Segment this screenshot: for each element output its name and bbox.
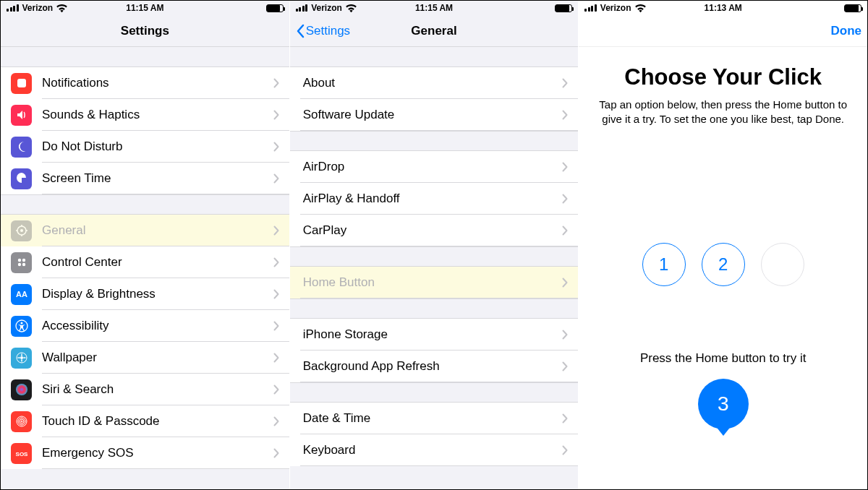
settings-row-dnd[interactable]: Do Not Disturb — [1, 131, 289, 163]
chevron-right-icon — [273, 173, 279, 184]
choose-click-content: Choose Your Click Tap an option below, t… — [579, 47, 867, 489]
row-label: Wallpaper — [42, 351, 273, 365]
chevron-right-icon — [562, 110, 568, 120]
nav-bar: Done — [579, 15, 867, 47]
signal-icon — [584, 4, 597, 12]
general-row[interactable]: iPhone Storage — [290, 319, 579, 351]
chevron-right-icon — [562, 445, 568, 455]
chevron-right-icon — [562, 278, 568, 288]
status-bar: Verizon 11:15 AM — [1, 1, 289, 15]
row-label: Home Button — [303, 275, 563, 290]
row-label: Display & Brightness — [42, 287, 273, 301]
row-label: iPhone Storage — [303, 327, 563, 342]
row-label: AirDrop — [303, 160, 563, 174]
try-it-label: Press the Home button to try it — [640, 351, 807, 366]
settings-row-controlcenter[interactable]: Control Center — [1, 246, 289, 278]
chevron-right-icon — [273, 416, 279, 426]
click-options: 1 2 — [642, 243, 804, 286]
list-spacer — [290, 298, 579, 319]
touchid-icon — [11, 411, 32, 432]
battery-icon — [555, 4, 572, 12]
chevron-right-icon — [273, 142, 279, 152]
general-row[interactable]: AirDrop — [290, 151, 579, 183]
chevron-right-icon — [273, 448, 279, 458]
click-option-2[interactable]: 2 — [702, 243, 745, 286]
chevron-right-icon — [273, 78, 279, 88]
list-spacer — [290, 382, 579, 403]
svg-point-8 — [22, 259, 25, 262]
svg-text:AA: AA — [16, 290, 27, 298]
list-spacer — [290, 131, 579, 151]
general-row[interactable]: CarPlay — [290, 215, 579, 246]
done-button[interactable]: Done — [831, 24, 862, 38]
svg-point-10 — [22, 263, 25, 266]
chevron-right-icon — [562, 361, 568, 371]
settings-row-siri[interactable]: Siri & Search — [1, 374, 289, 405]
svg-point-13 — [20, 322, 22, 324]
row-label: Software Update — [303, 108, 563, 122]
wifi-icon — [635, 4, 646, 12]
settings-row-accessibility[interactable]: Accessibility — [1, 310, 289, 342]
selected-click-indicator: 3 — [698, 379, 749, 429]
battery-icon — [844, 4, 861, 12]
carrier-label: Verizon — [22, 3, 54, 13]
sos-icon: SOS — [11, 443, 32, 464]
click-option-3[interactable] — [761, 243, 804, 286]
home-click-pane: Verizon 11:13 AM Done Choose Your Click … — [579, 1, 867, 489]
click-option-1[interactable]: 1 — [642, 243, 686, 286]
settings-row-sos[interactable]: SOS Emergency SOS — [1, 437, 289, 469]
settings-row-touchid[interactable]: Touch ID & Passcode — [1, 405, 289, 437]
row-label: Background App Refresh — [303, 359, 563, 374]
row-label: Control Center — [42, 255, 273, 270]
chevron-right-icon — [273, 110, 279, 120]
svg-point-20 — [21, 421, 22, 422]
settings-row-notifications[interactable]: Notifications — [1, 67, 289, 99]
settings-list[interactable]: Notifications Sounds & Haptics Do Not Di… — [1, 47, 289, 489]
general-row[interactable]: Home Button — [290, 267, 579, 298]
row-label: Do Not Disturb — [42, 139, 273, 154]
general-row[interactable]: Keyboard — [290, 434, 579, 466]
settings-row-display[interactable]: AA Display & Brightness — [1, 278, 289, 310]
svg-point-19 — [20, 419, 24, 424]
general-row[interactable]: Software Update — [290, 99, 579, 131]
settings-row-screentime[interactable]: Screen Time — [1, 163, 289, 194]
chevron-right-icon — [273, 225, 279, 236]
settings-row-general[interactable]: General — [1, 215, 289, 246]
nav-bar: Settings General — [290, 15, 579, 47]
svg-point-7 — [17, 259, 20, 262]
settings-row-wallpaper[interactable]: Wallpaper — [1, 342, 289, 374]
hero-description: Tap an option below, then press the Home… — [596, 98, 850, 127]
sounds-icon — [11, 105, 32, 126]
back-button[interactable]: Settings — [296, 24, 350, 38]
row-label: Touch ID & Passcode — [42, 414, 273, 429]
general-row[interactable]: About — [290, 67, 579, 99]
carrier-label: Verizon — [600, 3, 631, 13]
general-list[interactable]: About Software Update AirDrop AirPlay & … — [290, 47, 579, 489]
general-row[interactable]: Background App Refresh — [290, 351, 579, 382]
accessibility-icon — [11, 316, 32, 337]
chevron-right-icon — [273, 321, 279, 331]
notifications-icon — [11, 73, 32, 94]
row-label: Notifications — [42, 76, 273, 90]
nav-bar: Settings — [1, 15, 289, 47]
row-label: General — [42, 223, 273, 238]
row-label: Siri & Search — [42, 382, 273, 397]
row-label: Sounds & Haptics — [42, 108, 273, 122]
svg-rect-0 — [17, 79, 26, 87]
settings-row-sounds[interactable]: Sounds & Haptics — [1, 99, 289, 131]
chevron-right-icon — [562, 194, 568, 204]
row-label: Accessibility — [42, 319, 273, 333]
list-spacer — [290, 246, 579, 267]
signal-icon — [296, 4, 308, 12]
display-icon: AA — [11, 284, 32, 305]
controlcenter-icon — [11, 252, 32, 273]
general-row[interactable]: Date & Time — [290, 403, 579, 434]
chevron-right-icon — [562, 225, 568, 236]
chevron-right-icon — [273, 353, 279, 363]
general-row[interactable]: AirPlay & Handoff — [290, 183, 579, 215]
list-spacer — [1, 47, 289, 67]
siri-icon — [11, 379, 32, 400]
row-label: AirPlay & Handoff — [303, 192, 563, 206]
svg-point-15 — [20, 356, 23, 359]
row-label: Date & Time — [303, 411, 563, 426]
